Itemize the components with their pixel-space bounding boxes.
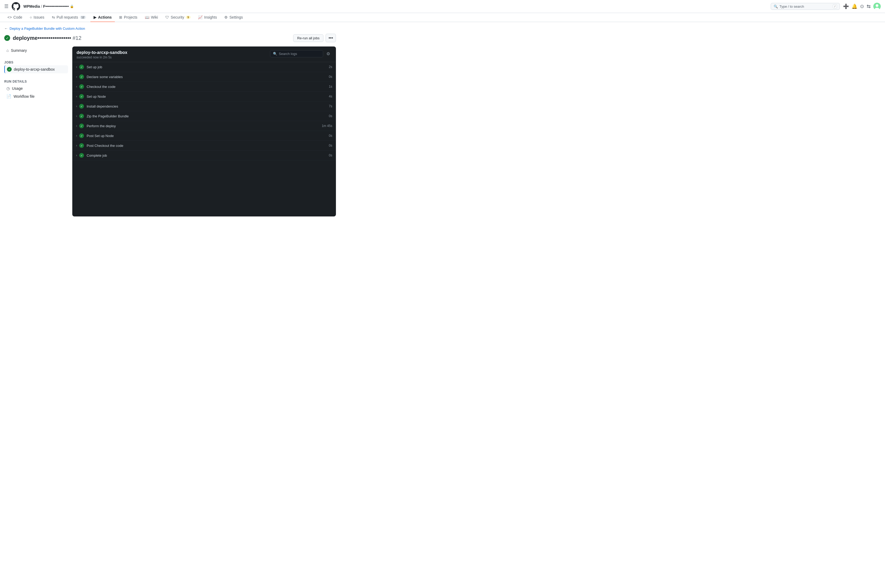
- step-name: Set up job: [87, 65, 329, 69]
- step-chevron-icon: ›: [76, 153, 77, 157]
- tab-pr-label: Pull requests: [57, 15, 78, 20]
- step-row[interactable]: › ✓ Set up job 2s: [72, 62, 336, 72]
- issues-tab-icon: ○: [30, 15, 32, 20]
- issues-icon[interactable]: ⊙: [860, 3, 864, 9]
- job-success-icon: ✓: [7, 67, 12, 72]
- usage-icon: ◷: [6, 86, 10, 91]
- tab-wiki-label: Wiki: [151, 15, 158, 20]
- log-search-input[interactable]: [279, 52, 320, 56]
- step-row[interactable]: › ✓ Declare some variables 0s: [72, 72, 336, 82]
- success-checkmark-icon: ✓: [6, 36, 9, 40]
- step-duration: 2s: [329, 65, 332, 69]
- step-row[interactable]: › ✓ Zip the PageBuilder Bundle 0s: [72, 111, 336, 121]
- sidebar-summary-label: Summary: [11, 48, 27, 52]
- tab-settings[interactable]: ⚙ Settings: [221, 13, 246, 22]
- log-panel: deploy-to-arcxp-sandbox succeeded now in…: [72, 46, 336, 216]
- tab-settings-label: Settings: [229, 15, 243, 20]
- step-name: Post Checkout the code: [87, 144, 329, 148]
- more-options-button[interactable]: •••: [326, 34, 336, 42]
- tab-pull-requests[interactable]: ⇆ Pull requests 12: [49, 13, 89, 22]
- step-duration: 4s: [329, 94, 332, 98]
- step-name: Checkout the code: [87, 85, 329, 89]
- step-duration: 0s: [329, 114, 332, 118]
- step-row[interactable]: › ✓ Set up Node 4s: [72, 92, 336, 102]
- step-chevron-icon: ›: [76, 75, 77, 79]
- tab-projects[interactable]: ⊞ Projects: [116, 13, 141, 22]
- tab-actions[interactable]: ▶ Actions: [90, 13, 115, 22]
- step-row[interactable]: › ✓ Complete job 0s: [72, 151, 336, 160]
- repo-tabs: <> Code ○ Issues ⇆ Pull requests 12 ▶ Ac…: [0, 13, 885, 22]
- step-success-icon: ✓: [79, 64, 84, 69]
- log-panel-controls: 🔍 ⚙: [270, 50, 332, 57]
- step-success-icon: ✓: [79, 134, 84, 138]
- step-duration: 0s: [329, 134, 332, 138]
- summary-icon: ⌂: [6, 48, 9, 52]
- sidebar-item-deploy-to-arcxp-sandbox[interactable]: ✓ deploy-to-arcxp-sandbox: [4, 65, 68, 73]
- job-label: deploy-to-arcxp-sandbox: [14, 67, 55, 72]
- run-number: #12: [72, 35, 81, 41]
- step-success-icon: ✓: [79, 114, 84, 118]
- notifications-icon[interactable]: 🔔: [852, 3, 857, 9]
- run-success-badge: ✓: [4, 35, 10, 41]
- sidebar-item-summary[interactable]: ⌂ Summary: [4, 46, 68, 54]
- tab-security[interactable]: 🛡 Security 9: [162, 13, 194, 22]
- step-name: Declare some variables: [87, 75, 329, 79]
- tab-code[interactable]: <> Code: [4, 13, 26, 22]
- rerun-all-jobs-button[interactable]: Re-run all jobs: [293, 34, 323, 42]
- search-kbd-hint: /: [833, 4, 837, 9]
- sidebar-run-details-section: Run details ◷ Usage 📄 Workflow file: [4, 78, 68, 100]
- global-search[interactable]: 🔍 Type / to search /: [771, 3, 840, 10]
- step-chevron-icon: ›: [76, 124, 77, 128]
- step-row[interactable]: › ✓ Install dependencies 7s: [72, 102, 336, 111]
- pullrequests-icon[interactable]: ⇆: [867, 3, 871, 9]
- sidebar-item-usage[interactable]: ◷ Usage: [4, 84, 68, 92]
- step-duration: 1s: [329, 85, 332, 88]
- step-success-icon: ✓: [79, 74, 84, 79]
- steps-list: › ✓ Set up job 2s › ✓ Declare some varia…: [72, 62, 336, 160]
- step-name: Post Set up Node: [87, 134, 329, 138]
- breadcrumb-link[interactable]: Deploy a PageBuilder Bundle with Custom …: [10, 27, 85, 30]
- log-settings-button[interactable]: ⚙: [325, 50, 332, 57]
- insights-tab-icon: 📈: [198, 15, 203, 20]
- create-icon[interactable]: ➕: [843, 3, 849, 9]
- repo-name[interactable]: F••••••••••••••••••: [43, 4, 69, 9]
- step-row[interactable]: › ✓ Post Set up Node 0s: [72, 131, 336, 141]
- security-tab-icon: 🛡: [165, 15, 169, 20]
- tab-issues-label: Issues: [33, 15, 44, 20]
- step-chevron-icon: ›: [76, 85, 77, 88]
- actions-tab-icon: ▶: [93, 15, 96, 20]
- breadcrumb: ← Deploy a PageBuilder Bundle with Custo…: [4, 26, 336, 30]
- step-duration: 1m 45s: [322, 124, 332, 128]
- pr-badge: 12: [80, 16, 86, 19]
- log-panel-title: deploy-to-arcxp-sandbox: [77, 50, 127, 55]
- sidebar-item-workflow-file[interactable]: 📄 Workflow file: [4, 92, 68, 100]
- step-chevron-icon: ›: [76, 104, 77, 108]
- step-row[interactable]: › ✓ Post Checkout the code 0s: [72, 141, 336, 151]
- step-duration: 7s: [329, 104, 332, 108]
- step-chevron-icon: ›: [76, 134, 77, 138]
- avatar[interactable]: [873, 3, 881, 10]
- settings-tab-icon: ⚙: [224, 15, 228, 20]
- log-search-bar[interactable]: 🔍: [270, 50, 323, 57]
- step-duration: 0s: [329, 75, 332, 79]
- tab-insights[interactable]: 📈 Insights: [195, 13, 220, 22]
- projects-tab-icon: ⊞: [119, 15, 122, 20]
- step-row[interactable]: › ✓ Perform the deploy 1m 45s: [72, 121, 336, 131]
- code-icon: <>: [8, 15, 12, 20]
- step-success-icon: ✓: [79, 94, 84, 99]
- org-name[interactable]: WPMedia: [23, 4, 40, 9]
- step-name: Perform the deploy: [87, 124, 322, 128]
- log-search-icon: 🔍: [273, 52, 277, 56]
- workflow-file-label: Workflow file: [14, 94, 35, 99]
- step-name: Set up Node: [87, 94, 329, 99]
- repo-separator: /: [41, 4, 42, 9]
- github-logo[interactable]: [12, 2, 20, 10]
- hamburger-icon[interactable]: ☰: [4, 3, 9, 9]
- step-name: Zip the PageBuilder Bundle: [87, 114, 329, 118]
- tab-code-label: Code: [13, 15, 22, 20]
- tab-wiki[interactable]: 📖 Wiki: [142, 13, 161, 22]
- step-row[interactable]: › ✓ Checkout the code 1s: [72, 82, 336, 92]
- tab-issues[interactable]: ○ Issues: [27, 13, 48, 22]
- sidebar-jobs-section: Jobs ✓ deploy-to-arcxp-sandbox: [4, 58, 68, 73]
- workflow-file-icon: 📄: [6, 94, 11, 99]
